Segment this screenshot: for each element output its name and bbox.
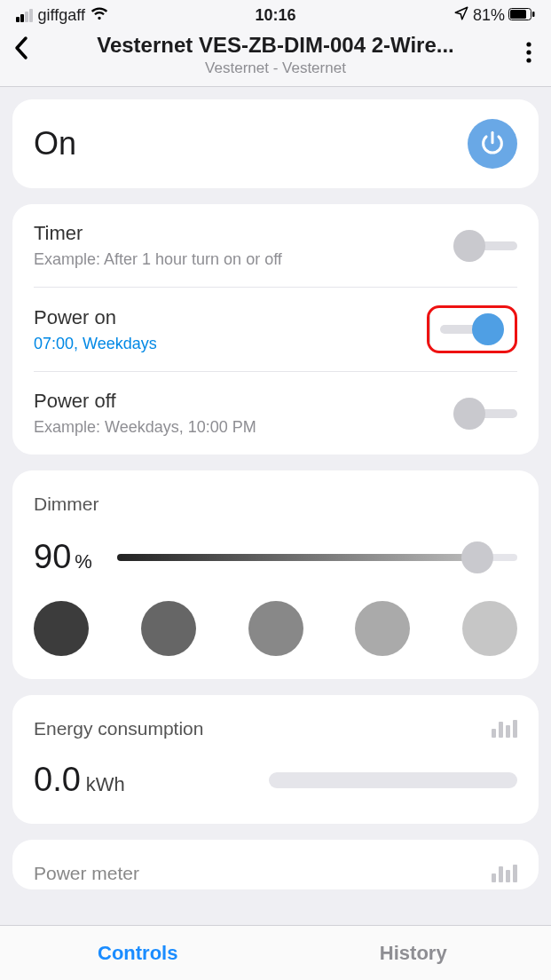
svg-rect-2 bbox=[532, 12, 535, 17]
tab-controls[interactable]: Controls bbox=[0, 926, 276, 980]
shade-4[interactable] bbox=[355, 601, 410, 656]
power-on-title: Power on bbox=[34, 306, 157, 329]
timer-row[interactable]: Timer Example: After 1 hour turn on or o… bbox=[34, 204, 517, 288]
energy-bar bbox=[269, 772, 517, 788]
svg-rect-1 bbox=[510, 10, 526, 19]
chart-icon[interactable] bbox=[492, 865, 517, 882]
timer-toggle[interactable] bbox=[453, 230, 517, 262]
battery-label: 81% bbox=[473, 6, 505, 25]
power-meter-title: Power meter bbox=[34, 863, 139, 884]
power-on-row[interactable]: Power on 07:00, Weekdays bbox=[34, 288, 517, 372]
shade-5[interactable] bbox=[462, 601, 517, 656]
page-title: Vesternet VES-ZB-DIM-004 2-Wire... bbox=[16, 33, 535, 58]
power-meter-card: Power meter bbox=[12, 840, 539, 889]
state-card: On bbox=[12, 99, 539, 188]
clock-label: 10:16 bbox=[255, 6, 295, 25]
shade-3[interactable] bbox=[248, 601, 303, 656]
shade-1[interactable] bbox=[34, 601, 89, 656]
more-button[interactable] bbox=[526, 42, 531, 67]
power-button[interactable] bbox=[468, 119, 517, 169]
dimmer-card: Dimmer 90 % bbox=[12, 470, 539, 679]
power-on-subtitle: 07:00, Weekdays bbox=[34, 335, 157, 353]
page-subtitle: Vesternet - Vesternet bbox=[16, 59, 535, 77]
tab-bar: Controls History bbox=[0, 925, 551, 980]
battery-icon bbox=[508, 6, 535, 25]
power-off-subtitle: Example: Weekdays, 10:00 PM bbox=[34, 418, 256, 437]
status-bar: giffgaff 10:16 81% bbox=[0, 0, 551, 29]
dimmer-value: 90 % bbox=[34, 538, 92, 576]
power-off-row[interactable]: Power off Example: Weekdays, 10:00 PM bbox=[34, 372, 517, 454]
location-icon bbox=[453, 5, 469, 26]
schedule-card: Timer Example: After 1 hour turn on or o… bbox=[12, 204, 539, 454]
power-off-title: Power off bbox=[34, 390, 256, 413]
energy-value: 0.0 kWh bbox=[34, 761, 125, 799]
power-on-toggle[interactable] bbox=[440, 313, 504, 345]
shade-2[interactable] bbox=[141, 601, 196, 656]
dimmer-presets bbox=[34, 601, 517, 656]
timer-title: Timer bbox=[34, 222, 282, 245]
carrier-label: giffgaff bbox=[38, 6, 85, 25]
energy-card: Energy consumption 0.0 kWh bbox=[12, 695, 539, 824]
svg-point-5 bbox=[526, 58, 531, 62]
power-off-toggle[interactable] bbox=[453, 398, 517, 430]
dimmer-title: Dimmer bbox=[34, 494, 517, 515]
timer-subtitle: Example: After 1 hour turn on or off bbox=[34, 250, 282, 269]
energy-title: Energy consumption bbox=[34, 718, 203, 739]
nav-header: Vesternet VES-ZB-DIM-004 2-Wire... Veste… bbox=[0, 29, 551, 87]
wifi-icon bbox=[91, 6, 108, 25]
svg-point-3 bbox=[526, 42, 531, 46]
signal-icon bbox=[16, 9, 33, 22]
highlight-box bbox=[427, 305, 517, 353]
state-label: On bbox=[34, 125, 76, 162]
dimmer-slider[interactable] bbox=[117, 541, 517, 573]
slider-thumb[interactable] bbox=[461, 541, 493, 573]
back-button[interactable] bbox=[12, 35, 30, 65]
svg-point-4 bbox=[526, 50, 531, 54]
chart-icon[interactable] bbox=[492, 720, 517, 738]
tab-history[interactable]: History bbox=[276, 926, 552, 980]
